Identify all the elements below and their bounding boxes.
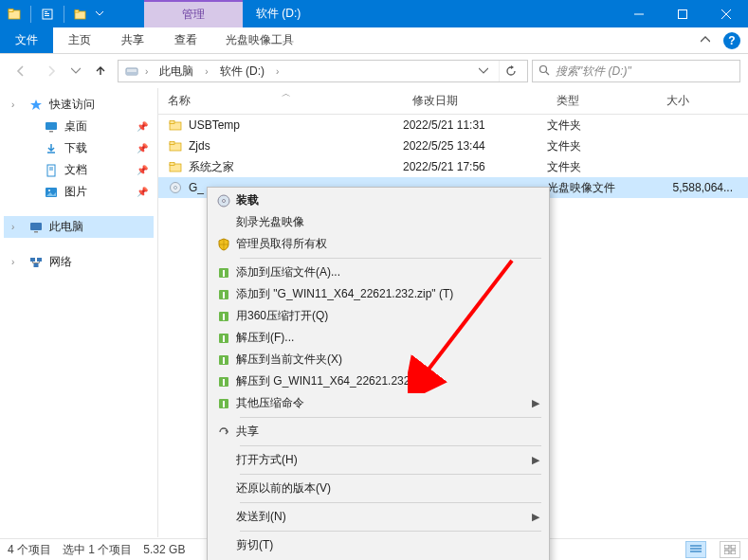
svg-rect-30	[170, 121, 174, 124]
svg-rect-7	[75, 9, 79, 12]
sidebar-this-pc[interactable]: › 此电脑	[4, 216, 154, 238]
breadcrumb-sep-icon[interactable]: ›	[276, 66, 279, 77]
qat-customize-icon[interactable]	[93, 4, 106, 25]
column-date[interactable]: 修改日期	[403, 88, 547, 114]
svg-rect-17	[49, 131, 53, 133]
ctx-copy[interactable]: 复制(C)	[208, 556, 549, 560]
ctx-share[interactable]: 共享	[208, 421, 549, 443]
sidebar-label: 快速访问	[49, 97, 95, 113]
file-row[interactable]: USBTemp 2022/5/21 11:31 文件夹	[158, 115, 748, 135]
pin-icon: 📌	[137, 187, 148, 197]
svg-rect-50	[223, 379, 225, 386]
view-large-icons-button[interactable]	[720, 541, 740, 558]
svg-rect-44	[223, 314, 225, 320]
archive-icon	[211, 266, 236, 280]
ctx-add-to-archive[interactable]: 添加到压缩文件(A)...	[208, 262, 549, 283]
archive-icon	[211, 397, 236, 410]
ctx-burn[interactable]: 刻录光盘映像	[208, 211, 549, 233]
ribbon-tab-home[interactable]: 主页	[53, 27, 106, 53]
pin-icon: 📌	[137, 121, 148, 132]
ctx-extract-to[interactable]: 解压到(F)...	[208, 327, 549, 349]
qat-new-folder-icon[interactable]	[70, 4, 91, 25]
address-history-dropdown[interactable]	[474, 66, 493, 76]
desktop-icon	[44, 119, 59, 135]
ribbon-tab-view[interactable]: 查看	[159, 27, 212, 53]
nav-forward-button[interactable]	[38, 58, 64, 84]
document-icon	[44, 163, 59, 178]
ctx-open-with-360zip[interactable]: 用360压缩打开(Q)	[208, 305, 549, 327]
caret-right-icon[interactable]: ›	[11, 222, 23, 232]
maximize-button[interactable]	[661, 0, 704, 27]
column-size[interactable]: 大小	[657, 88, 748, 114]
ribbon-tab-share[interactable]: 共享	[106, 27, 159, 53]
column-type[interactable]: 类型	[547, 88, 657, 114]
file-type: 文件夹	[547, 138, 657, 154]
svg-rect-19	[47, 165, 55, 176]
ctx-extract-here[interactable]: 解压到当前文件夹(X)	[208, 349, 549, 370]
nav-recent-dropdown[interactable]	[68, 58, 83, 84]
refresh-button[interactable]	[499, 61, 521, 81]
ctx-send-to[interactable]: 发送到(N)▶	[208, 506, 549, 528]
sidebar-documents[interactable]: 文档 📌	[4, 159, 154, 181]
caret-right-icon[interactable]: ›	[11, 99, 23, 110]
svg-rect-1	[9, 9, 13, 11]
explorer-icon[interactable]	[4, 4, 25, 25]
column-name[interactable]: 名称 ︿	[158, 88, 403, 114]
ctx-previous-versions[interactable]: 还原以前的版本(V)	[208, 478, 549, 499]
sidebar-label: 桌面	[64, 118, 87, 135]
submenu-arrow-icon: ▶	[532, 454, 539, 466]
svg-point-38	[223, 199, 226, 202]
svg-line-15	[546, 72, 549, 75]
sidebar-quick-access[interactable]: › 快速访问	[4, 94, 154, 116]
caret-right-icon[interactable]: ›	[11, 257, 23, 267]
svg-point-36	[174, 187, 177, 190]
sidebar-label: 网络	[49, 254, 72, 270]
nav-up-button[interactable]	[87, 58, 114, 84]
file-row[interactable]: Zjds 2022/5/25 13:44 文件夹	[158, 135, 748, 156]
breadcrumb-sep-icon[interactable]: ›	[145, 66, 148, 77]
picture-icon	[44, 185, 59, 200]
ctx-extract-to-named[interactable]: 解压到 G_WIN11_X64_22621.232\ (E)	[208, 370, 549, 392]
minimize-button[interactable]	[617, 0, 661, 27]
ribbon-tab-file[interactable]: 文件	[0, 27, 53, 53]
breadcrumb-this-pc[interactable]: 此电脑	[154, 63, 199, 80]
svg-rect-4	[45, 13, 49, 14]
search-box[interactable]: 搜索"软件 (D:)"	[532, 60, 740, 82]
sidebar-desktop[interactable]: 桌面 📌	[4, 116, 154, 137]
ctx-other-compress[interactable]: 其他压缩命令▶	[208, 392, 549, 414]
column-label: 修改日期	[412, 93, 458, 109]
ctx-cut[interactable]: 剪切(T)	[208, 534, 549, 556]
navigation-bar: › 此电脑 › 软件 (D:) › 搜索"软件 (D:)"	[0, 54, 748, 88]
breadcrumb-drive[interactable]: 软件 (D:)	[214, 63, 270, 80]
sidebar-network[interactable]: › 网络	[4, 251, 154, 273]
file-date: 2022/5/21 17:56	[403, 160, 547, 173]
sidebar-downloads[interactable]: 下载 📌	[4, 137, 154, 159]
sidebar-pictures[interactable]: 图片 📌	[4, 181, 154, 203]
column-label: 大小	[666, 93, 689, 109]
status-item-count: 4 个项目	[8, 542, 51, 558]
ribbon-collapse-icon[interactable]	[695, 34, 716, 47]
view-details-button[interactable]	[685, 541, 706, 558]
archive-icon	[211, 353, 236, 367]
file-row[interactable]: 系统之家 2022/5/21 17:56 文件夹	[158, 156, 748, 177]
close-button[interactable]	[704, 0, 748, 27]
svg-rect-34	[170, 163, 174, 166]
nav-back-button[interactable]	[8, 58, 34, 84]
breadcrumb-sep-icon[interactable]: ›	[205, 66, 208, 77]
pin-icon: 📌	[137, 143, 148, 154]
contextual-tab-manage[interactable]: 管理	[144, 0, 243, 27]
status-size: 5.32 GB	[143, 543, 185, 556]
svg-rect-9	[679, 9, 687, 18]
svg-rect-40	[223, 270, 225, 277]
ctx-open-with[interactable]: 打开方式(H)▶	[208, 449, 549, 471]
qat-properties-icon[interactable]	[37, 4, 58, 25]
file-date: 2022/5/21 11:31	[403, 118, 547, 132]
search-placeholder: 搜索"软件 (D:)"	[556, 63, 631, 80]
ribbon-tab-disc-image-tools[interactable]: 光盘映像工具	[212, 27, 307, 53]
help-icon[interactable]: ?	[723, 32, 740, 49]
ctx-add-to-named-zip[interactable]: 添加到 "G_WIN11_X64_22621.232.zip" (T)	[208, 283, 549, 305]
address-bar[interactable]: › 此电脑 › 软件 (D:) ›	[118, 60, 528, 82]
ctx-mount[interactable]: 装载	[208, 190, 549, 211]
svg-rect-46	[223, 335, 225, 342]
ctx-admin-ownership[interactable]: 管理员取得所有权	[208, 233, 549, 255]
